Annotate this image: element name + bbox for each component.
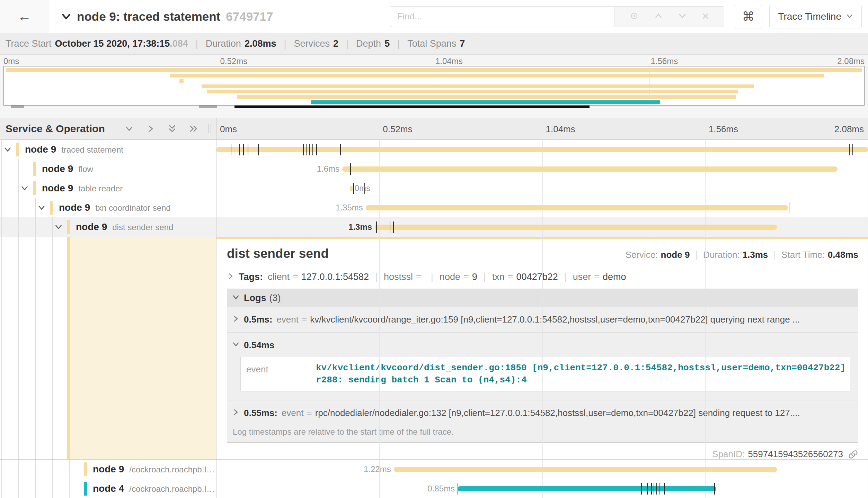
tick-label: 1.56ms bbox=[651, 56, 678, 66]
span-row: node 9dist sender send1.3ms bbox=[0, 217, 868, 237]
tag-item: hostssl= bbox=[384, 272, 425, 282]
minimap-scrollbar[interactable] bbox=[234, 106, 590, 108]
column-resize-handle[interactable] bbox=[209, 124, 214, 133]
span-row-name-cell[interactable]: node 9txn coordinator send bbox=[0, 198, 216, 217]
chevron-down-icon[interactable] bbox=[61, 11, 71, 22]
find-input[interactable] bbox=[390, 6, 614, 27]
logs-header[interactable]: Logs (3) bbox=[227, 289, 858, 307]
span-row-timeline-cell[interactable]: 1.3ms bbox=[216, 217, 868, 237]
indent-guide bbox=[18, 479, 19, 498]
log-entry[interactable]: 0.5ms:event=kv/kvclient/kvcoord/range_it… bbox=[227, 307, 858, 332]
chevron-down-icon bbox=[54, 223, 63, 231]
log-marker-tick bbox=[458, 483, 458, 495]
log-marker-tick bbox=[659, 483, 659, 495]
service-name: node 9flow bbox=[42, 163, 93, 174]
gantt-body: node 9traced statementnode 9flow1.6msnod… bbox=[0, 140, 868, 498]
minimap-drag-handle[interactable] bbox=[199, 106, 217, 108]
trace-title-group[interactable]: node 9: traced statement 6749717 bbox=[61, 10, 273, 24]
indent-guide bbox=[52, 217, 53, 237]
collapse-all-button[interactable] bbox=[168, 124, 177, 133]
span-row-timeline-cell[interactable]: 1.6ms bbox=[216, 159, 868, 179]
log-marker-tick bbox=[376, 221, 377, 233]
back-button[interactable]: ← bbox=[0, 0, 49, 33]
chevron-down-icon[interactable] bbox=[3, 145, 12, 154]
span-row-timeline-cell[interactable]: 0.85ms bbox=[216, 479, 868, 498]
stat-label: Service: bbox=[626, 250, 658, 260]
minimap-drag-handle[interactable] bbox=[11, 106, 24, 108]
span-row-name-cell[interactable]: node 9/cockroach.roachpb.I… bbox=[0, 460, 216, 479]
log-marker-tick bbox=[243, 144, 244, 155]
operation-name: /cockroach.roachpb.I… bbox=[129, 465, 215, 474]
span-bar[interactable] bbox=[394, 467, 777, 472]
chevron-down-icon bbox=[846, 11, 853, 22]
indent-guide bbox=[18, 460, 19, 479]
summary-item: Depth5 bbox=[356, 38, 390, 49]
span-row-name-cell[interactable]: node 9traced statement bbox=[0, 140, 216, 159]
span-bar[interactable] bbox=[350, 186, 353, 191]
minimap-tick-labels: 0ms0.52ms1.04ms1.56ms2.08ms bbox=[3, 56, 865, 65]
span-row: node 9txn coordinator send1.35ms bbox=[0, 198, 868, 217]
collapse-one-button[interactable] bbox=[125, 124, 134, 133]
trace-view-selector[interactable]: Trace Timeline bbox=[769, 5, 862, 28]
span-bar[interactable] bbox=[216, 147, 868, 152]
minimap-span-bar bbox=[207, 90, 738, 93]
log-entry[interactable]: 0.55ms:event=rpc/nodedialer/nodedialer.g… bbox=[227, 400, 858, 426]
tick-label: 0ms bbox=[220, 124, 237, 135]
log-marker-tick bbox=[849, 144, 850, 155]
log-marker-tick bbox=[258, 144, 259, 155]
chevron-down-icon bbox=[232, 293, 240, 301]
expand-all-button[interactable] bbox=[189, 124, 198, 133]
service-color-bar bbox=[16, 143, 19, 156]
expand-one-button[interactable] bbox=[146, 124, 155, 133]
indent-guide bbox=[18, 237, 19, 459]
prev-match-icon[interactable] bbox=[654, 11, 663, 22]
service-color-bar bbox=[84, 462, 87, 476]
log-marker-tick bbox=[248, 144, 248, 155]
operation-name: txn coordinator send bbox=[95, 203, 170, 212]
tick-label: 2.08ms bbox=[837, 56, 865, 66]
span-row-timeline-cell[interactable]: 1.35ms bbox=[216, 198, 868, 217]
span-row-name-cell[interactable]: node 4/cockroach.roachpb.I… bbox=[0, 479, 216, 498]
indent-guide bbox=[1, 217, 2, 237]
span-bar[interactable] bbox=[458, 486, 716, 491]
span-bar[interactable] bbox=[375, 225, 777, 230]
span-row: node 9flow1.6ms bbox=[0, 159, 868, 179]
span-bar[interactable] bbox=[366, 205, 788, 210]
minimap-span-bar bbox=[202, 84, 754, 88]
span-row-timeline-cell[interactable]: 1.22ms bbox=[216, 460, 868, 479]
operation-name: table reader bbox=[78, 184, 123, 193]
chevron-down-icon[interactable] bbox=[37, 203, 46, 212]
log-value: kv/kvclient/kvcoord/range_iter.go:159 [n… bbox=[310, 314, 852, 325]
span-row-name-cell[interactable]: node 9dist sender send bbox=[0, 217, 216, 237]
link-icon[interactable] bbox=[848, 449, 858, 460]
span-row-name-cell[interactable]: node 9flow bbox=[0, 159, 216, 179]
tags-accordion[interactable]: Tags: client=127.0.0.1:54582|hostssl=|no… bbox=[227, 272, 858, 282]
service-name: node 9traced statement bbox=[25, 144, 123, 155]
indent-guide bbox=[52, 237, 53, 459]
indent-guide bbox=[18, 179, 19, 198]
clear-search-icon[interactable]: ✕ bbox=[702, 11, 709, 22]
span-row-name-cell[interactable]: node 9table reader bbox=[0, 179, 216, 198]
chevron-down-icon[interactable] bbox=[20, 184, 29, 192]
timeline-ruler: 0ms0.52ms1.04ms1.56ms2.08ms bbox=[216, 118, 868, 139]
span-row-timeline-cell[interactable] bbox=[216, 140, 868, 159]
keyboard-shortcuts-button[interactable]: ⌘ bbox=[734, 5, 762, 28]
minimap-canvas[interactable] bbox=[3, 66, 865, 106]
detail-accent-fill bbox=[70, 237, 216, 459]
chevron-down-icon[interactable] bbox=[54, 223, 63, 231]
span-bar[interactable] bbox=[342, 166, 838, 172]
operation-name: /cockroach.roachpb.I… bbox=[129, 484, 215, 494]
divider: | bbox=[431, 272, 433, 282]
indent-guide bbox=[35, 237, 36, 459]
log-entry[interactable]: 0.54mseventkv/kvclient/kvcoord/dist_send… bbox=[227, 332, 858, 400]
chevron-down-icon bbox=[678, 11, 687, 20]
top-bar: ← node 9: traced statement 6749717 ✕ ⌘ T… bbox=[0, 0, 868, 33]
tick-label: 0.52ms bbox=[220, 56, 248, 66]
focus-match-icon[interactable] bbox=[629, 11, 639, 22]
next-match-icon[interactable] bbox=[678, 11, 687, 22]
span-detail-stats: Service:node 9|Duration:1.3ms|Start Time… bbox=[626, 250, 858, 260]
log-marker-tick bbox=[656, 483, 657, 495]
tag-item: txn=00427b22 bbox=[492, 272, 558, 282]
span-row-timeline-cell[interactable]: 0ms bbox=[216, 179, 868, 198]
gantt-header: Service & Operation 0ms0.52ms1.04ms1.56m… bbox=[0, 118, 868, 140]
